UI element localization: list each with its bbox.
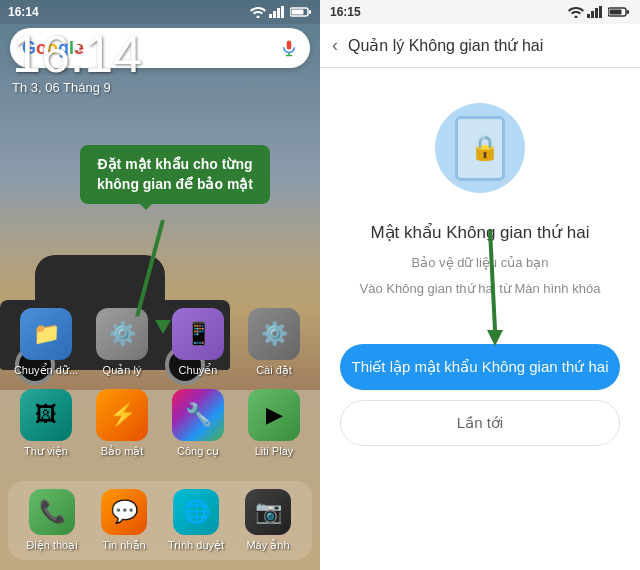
tooltip-bubble: Đặt mật khẩu cho từng không gian để bảo … bbox=[80, 145, 270, 204]
illus-phone: 🔒 bbox=[455, 116, 505, 181]
app-icon-transfer: 📁 bbox=[20, 308, 72, 360]
right-battery-icon bbox=[608, 6, 630, 18]
svg-rect-7 bbox=[309, 10, 311, 14]
dock-icon-phone: 📞 bbox=[29, 489, 75, 535]
svg-rect-18 bbox=[627, 10, 629, 14]
right-header: ‹ Quản lý Không gian thứ hai bbox=[320, 24, 640, 68]
status-bar-left: 16:14 bbox=[0, 0, 320, 24]
svg-rect-15 bbox=[599, 6, 602, 18]
app-icon-manage: ⚙️ bbox=[96, 308, 148, 360]
svg-rect-12 bbox=[587, 14, 590, 18]
app-item-tools[interactable]: 🔧 Công cụ bbox=[164, 389, 232, 458]
svg-line-19 bbox=[490, 230, 495, 330]
svg-rect-1 bbox=[269, 14, 272, 18]
app-icon-gallery: 🖼 bbox=[20, 389, 72, 441]
dock-item-messages[interactable]: 💬 Tin nhắn bbox=[90, 489, 158, 552]
clock-display: 16:14 Th 3, 06 Tháng 9 bbox=[12, 28, 142, 95]
app-icon-settings: ⚙️ bbox=[248, 308, 300, 360]
dock-item-phone[interactable]: 📞 Điện thoại bbox=[18, 489, 86, 552]
tooltip-arrow bbox=[155, 220, 171, 334]
later-button[interactable]: Lần tới bbox=[340, 400, 620, 446]
app-item-switch[interactable]: 📱 Chuyển bbox=[164, 308, 232, 377]
app-item-security[interactable]: ⚡ Bảo mật bbox=[88, 389, 156, 458]
svg-point-11 bbox=[575, 16, 578, 19]
status-bar-right: 16:15 bbox=[320, 0, 640, 24]
dock: 📞 Điện thoại 💬 Tin nhắn 🌐 Trình duyệt 📷 … bbox=[8, 481, 312, 560]
svg-rect-3 bbox=[277, 8, 280, 18]
right-arrow bbox=[475, 230, 505, 354]
app-item-play[interactable]: ▶ Liti Play bbox=[240, 389, 308, 458]
svg-rect-13 bbox=[591, 11, 594, 18]
status-time-right: 16:15 bbox=[330, 5, 361, 19]
dock-icon-messages: 💬 bbox=[101, 489, 147, 535]
svg-marker-20 bbox=[487, 330, 503, 346]
app-row-2: 🖼 Thư viện ⚡ Bảo mật 🔧 Công cụ ▶ Liti Pl… bbox=[8, 389, 312, 458]
status-icons-right bbox=[568, 6, 630, 18]
status-time-left: 16:14 bbox=[8, 5, 39, 19]
dock-item-camera[interactable]: 📷 Máy ảnh bbox=[234, 489, 302, 552]
app-item-transfer[interactable]: 📁 Chuyển dữ... bbox=[12, 308, 80, 377]
svg-rect-2 bbox=[273, 11, 276, 18]
app-icon-switch: 📱 bbox=[172, 308, 224, 360]
app-icon-tools: 🔧 bbox=[172, 389, 224, 441]
clock-time: 16:14 bbox=[12, 28, 142, 80]
svg-rect-6 bbox=[292, 10, 304, 15]
dock-item-browser[interactable]: 🌐 Trình duyệt bbox=[162, 489, 230, 552]
battery-icon bbox=[290, 6, 312, 18]
status-icons-left bbox=[250, 6, 312, 18]
svg-rect-4 bbox=[281, 6, 284, 18]
svg-rect-17 bbox=[610, 10, 622, 15]
lock-icon: 🔒 bbox=[470, 134, 500, 162]
left-panel: 16:14 Google bbox=[0, 0, 320, 570]
right-panel: 16:15 ‹ Quản lý Không gian thứ hai bbox=[320, 0, 640, 570]
svg-rect-8 bbox=[287, 41, 292, 50]
app-icon-security: ⚡ bbox=[96, 389, 148, 441]
app-item-gallery[interactable]: 🖼 Thư viện bbox=[12, 389, 80, 458]
svg-point-0 bbox=[257, 16, 260, 19]
header-title: Quản lý Không gian thứ hai bbox=[348, 36, 543, 55]
right-wifi-icon bbox=[568, 6, 584, 18]
back-button[interactable]: ‹ bbox=[332, 35, 338, 56]
app-item-settings[interactable]: ⚙️ Cài đặt bbox=[240, 308, 308, 377]
dock-icon-browser: 🌐 bbox=[173, 489, 219, 535]
right-content: 🔒 Mật khẩu Không gian thứ hai Bảo vệ dữ … bbox=[320, 68, 640, 570]
dock-icon-camera: 📷 bbox=[245, 489, 291, 535]
right-signal-icon bbox=[587, 6, 605, 18]
app-item-manage[interactable]: ⚙️ Quản lý bbox=[88, 308, 156, 377]
illustration: 🔒 bbox=[420, 98, 540, 198]
svg-rect-14 bbox=[595, 8, 598, 18]
mic-icon[interactable] bbox=[280, 39, 298, 57]
wifi-icon bbox=[250, 6, 266, 18]
app-icon-play: ▶ bbox=[248, 389, 300, 441]
signal-icon bbox=[269, 6, 287, 18]
